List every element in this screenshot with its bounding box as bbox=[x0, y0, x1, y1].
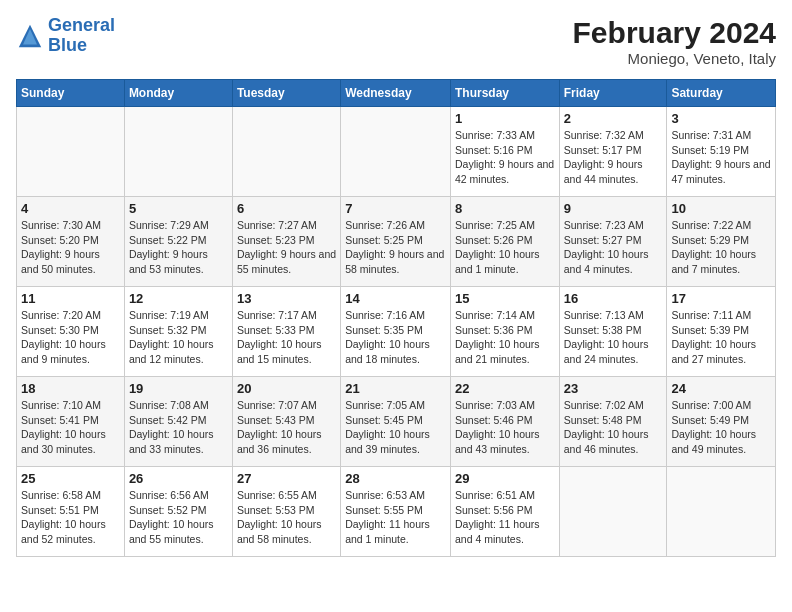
day-info: Sunrise: 7:31 AM Sunset: 5:19 PM Dayligh… bbox=[671, 128, 771, 187]
calendar-cell: 11Sunrise: 7:20 AM Sunset: 5:30 PM Dayli… bbox=[17, 287, 125, 377]
day-info: Sunrise: 6:55 AM Sunset: 5:53 PM Dayligh… bbox=[237, 488, 336, 547]
calendar-cell: 27Sunrise: 6:55 AM Sunset: 5:53 PM Dayli… bbox=[232, 467, 340, 557]
day-info: Sunrise: 7:13 AM Sunset: 5:38 PM Dayligh… bbox=[564, 308, 663, 367]
calendar-cell: 1Sunrise: 7:33 AM Sunset: 5:16 PM Daylig… bbox=[450, 107, 559, 197]
day-info: Sunrise: 7:16 AM Sunset: 5:35 PM Dayligh… bbox=[345, 308, 446, 367]
day-number: 8 bbox=[455, 201, 555, 216]
day-info: Sunrise: 7:05 AM Sunset: 5:45 PM Dayligh… bbox=[345, 398, 446, 457]
calendar-title: February 2024 bbox=[573, 16, 776, 50]
day-number: 29 bbox=[455, 471, 555, 486]
day-number: 16 bbox=[564, 291, 663, 306]
calendar-cell: 25Sunrise: 6:58 AM Sunset: 5:51 PM Dayli… bbox=[17, 467, 125, 557]
day-number: 27 bbox=[237, 471, 336, 486]
calendar-cell: 22Sunrise: 7:03 AM Sunset: 5:46 PM Dayli… bbox=[450, 377, 559, 467]
calendar-cell: 15Sunrise: 7:14 AM Sunset: 5:36 PM Dayli… bbox=[450, 287, 559, 377]
calendar-cell bbox=[124, 107, 232, 197]
calendar-cell: 7Sunrise: 7:26 AM Sunset: 5:25 PM Daylig… bbox=[341, 197, 451, 287]
weekday-header: Tuesday bbox=[232, 80, 340, 107]
day-info: Sunrise: 6:58 AM Sunset: 5:51 PM Dayligh… bbox=[21, 488, 120, 547]
weekday-header: Wednesday bbox=[341, 80, 451, 107]
calendar-cell: 16Sunrise: 7:13 AM Sunset: 5:38 PM Dayli… bbox=[559, 287, 667, 377]
day-info: Sunrise: 7:02 AM Sunset: 5:48 PM Dayligh… bbox=[564, 398, 663, 457]
calendar-week-row: 25Sunrise: 6:58 AM Sunset: 5:51 PM Dayli… bbox=[17, 467, 776, 557]
day-info: Sunrise: 7:19 AM Sunset: 5:32 PM Dayligh… bbox=[129, 308, 228, 367]
weekday-header: Monday bbox=[124, 80, 232, 107]
day-info: Sunrise: 7:11 AM Sunset: 5:39 PM Dayligh… bbox=[671, 308, 771, 367]
day-info: Sunrise: 7:08 AM Sunset: 5:42 PM Dayligh… bbox=[129, 398, 228, 457]
calendar-cell: 14Sunrise: 7:16 AM Sunset: 5:35 PM Dayli… bbox=[341, 287, 451, 377]
day-number: 3 bbox=[671, 111, 771, 126]
day-info: Sunrise: 7:00 AM Sunset: 5:49 PM Dayligh… bbox=[671, 398, 771, 457]
calendar-cell bbox=[559, 467, 667, 557]
day-number: 7 bbox=[345, 201, 446, 216]
day-info: Sunrise: 7:07 AM Sunset: 5:43 PM Dayligh… bbox=[237, 398, 336, 457]
calendar-cell: 3Sunrise: 7:31 AM Sunset: 5:19 PM Daylig… bbox=[667, 107, 776, 197]
day-number: 13 bbox=[237, 291, 336, 306]
calendar-cell: 29Sunrise: 6:51 AM Sunset: 5:56 PM Dayli… bbox=[450, 467, 559, 557]
day-number: 14 bbox=[345, 291, 446, 306]
calendar-cell: 17Sunrise: 7:11 AM Sunset: 5:39 PM Dayli… bbox=[667, 287, 776, 377]
day-info: Sunrise: 7:26 AM Sunset: 5:25 PM Dayligh… bbox=[345, 218, 446, 277]
day-number: 5 bbox=[129, 201, 228, 216]
day-number: 6 bbox=[237, 201, 336, 216]
calendar-cell: 28Sunrise: 6:53 AM Sunset: 5:55 PM Dayli… bbox=[341, 467, 451, 557]
day-number: 26 bbox=[129, 471, 228, 486]
day-number: 23 bbox=[564, 381, 663, 396]
logo-icon bbox=[16, 22, 44, 50]
day-info: Sunrise: 7:33 AM Sunset: 5:16 PM Dayligh… bbox=[455, 128, 555, 187]
day-info: Sunrise: 7:23 AM Sunset: 5:27 PM Dayligh… bbox=[564, 218, 663, 277]
day-number: 15 bbox=[455, 291, 555, 306]
day-info: Sunrise: 7:27 AM Sunset: 5:23 PM Dayligh… bbox=[237, 218, 336, 277]
calendar-cell bbox=[232, 107, 340, 197]
calendar-week-row: 11Sunrise: 7:20 AM Sunset: 5:30 PM Dayli… bbox=[17, 287, 776, 377]
calendar-cell: 9Sunrise: 7:23 AM Sunset: 5:27 PM Daylig… bbox=[559, 197, 667, 287]
weekday-header: Friday bbox=[559, 80, 667, 107]
calendar-cell bbox=[667, 467, 776, 557]
calendar-cell: 2Sunrise: 7:32 AM Sunset: 5:17 PM Daylig… bbox=[559, 107, 667, 197]
day-number: 24 bbox=[671, 381, 771, 396]
calendar-cell: 5Sunrise: 7:29 AM Sunset: 5:22 PM Daylig… bbox=[124, 197, 232, 287]
day-info: Sunrise: 7:03 AM Sunset: 5:46 PM Dayligh… bbox=[455, 398, 555, 457]
day-info: Sunrise: 7:32 AM Sunset: 5:17 PM Dayligh… bbox=[564, 128, 663, 187]
day-number: 20 bbox=[237, 381, 336, 396]
day-number: 10 bbox=[671, 201, 771, 216]
calendar-cell: 20Sunrise: 7:07 AM Sunset: 5:43 PM Dayli… bbox=[232, 377, 340, 467]
day-number: 2 bbox=[564, 111, 663, 126]
calendar-cell bbox=[17, 107, 125, 197]
calendar-cell: 13Sunrise: 7:17 AM Sunset: 5:33 PM Dayli… bbox=[232, 287, 340, 377]
day-info: Sunrise: 7:25 AM Sunset: 5:26 PM Dayligh… bbox=[455, 218, 555, 277]
logo-text: General Blue bbox=[48, 16, 115, 56]
day-info: Sunrise: 7:29 AM Sunset: 5:22 PM Dayligh… bbox=[129, 218, 228, 277]
calendar-week-row: 4Sunrise: 7:30 AM Sunset: 5:20 PM Daylig… bbox=[17, 197, 776, 287]
day-info: Sunrise: 7:20 AM Sunset: 5:30 PM Dayligh… bbox=[21, 308, 120, 367]
day-info: Sunrise: 7:14 AM Sunset: 5:36 PM Dayligh… bbox=[455, 308, 555, 367]
day-number: 22 bbox=[455, 381, 555, 396]
calendar-cell: 8Sunrise: 7:25 AM Sunset: 5:26 PM Daylig… bbox=[450, 197, 559, 287]
logo: General Blue bbox=[16, 16, 115, 56]
day-number: 19 bbox=[129, 381, 228, 396]
day-number: 28 bbox=[345, 471, 446, 486]
day-number: 12 bbox=[129, 291, 228, 306]
calendar-cell: 12Sunrise: 7:19 AM Sunset: 5:32 PM Dayli… bbox=[124, 287, 232, 377]
calendar-cell: 10Sunrise: 7:22 AM Sunset: 5:29 PM Dayli… bbox=[667, 197, 776, 287]
day-number: 9 bbox=[564, 201, 663, 216]
calendar-cell: 23Sunrise: 7:02 AM Sunset: 5:48 PM Dayli… bbox=[559, 377, 667, 467]
weekday-header: Sunday bbox=[17, 80, 125, 107]
page-header: General Blue February 2024 Moniego, Vene… bbox=[16, 16, 776, 67]
weekday-header-row: SundayMondayTuesdayWednesdayThursdayFrid… bbox=[17, 80, 776, 107]
day-number: 1 bbox=[455, 111, 555, 126]
title-block: February 2024 Moniego, Veneto, Italy bbox=[573, 16, 776, 67]
calendar-cell: 26Sunrise: 6:56 AM Sunset: 5:52 PM Dayli… bbox=[124, 467, 232, 557]
day-info: Sunrise: 6:53 AM Sunset: 5:55 PM Dayligh… bbox=[345, 488, 446, 547]
day-info: Sunrise: 7:22 AM Sunset: 5:29 PM Dayligh… bbox=[671, 218, 771, 277]
day-number: 25 bbox=[21, 471, 120, 486]
day-number: 11 bbox=[21, 291, 120, 306]
day-info: Sunrise: 6:51 AM Sunset: 5:56 PM Dayligh… bbox=[455, 488, 555, 547]
calendar-cell: 19Sunrise: 7:08 AM Sunset: 5:42 PM Dayli… bbox=[124, 377, 232, 467]
calendar-cell: 18Sunrise: 7:10 AM Sunset: 5:41 PM Dayli… bbox=[17, 377, 125, 467]
calendar-cell: 24Sunrise: 7:00 AM Sunset: 5:49 PM Dayli… bbox=[667, 377, 776, 467]
day-info: Sunrise: 6:56 AM Sunset: 5:52 PM Dayligh… bbox=[129, 488, 228, 547]
day-info: Sunrise: 7:17 AM Sunset: 5:33 PM Dayligh… bbox=[237, 308, 336, 367]
day-number: 21 bbox=[345, 381, 446, 396]
calendar-cell: 6Sunrise: 7:27 AM Sunset: 5:23 PM Daylig… bbox=[232, 197, 340, 287]
